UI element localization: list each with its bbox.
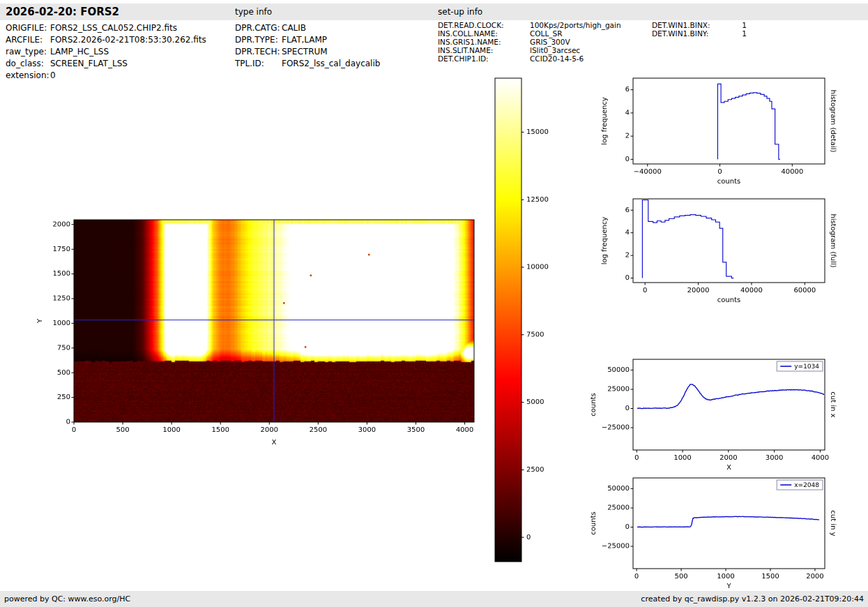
type-info-heading: type info [235, 3, 272, 20]
info-value: lSlit0_3arcsec [530, 46, 580, 54]
info-label: ARCFILE: [6, 34, 50, 46]
footer-bar: powered by QC: www.eso.org/HC created by… [0, 591, 868, 607]
info-label: DPR.CATG: [235, 22, 282, 34]
info-label: DET.CHIP1.ID: [438, 54, 530, 63]
info-label: DET.READ.CLOCK: [438, 21, 530, 29]
histogram-full-plot [586, 187, 868, 313]
info-label: DET.WIN1.BINY: [652, 29, 722, 38]
info-label: raw_type: [6, 46, 50, 58]
info-value: FORS2_LSS_CAL052.CHIP2.fits [50, 22, 177, 34]
file-info-block: ORIGFILE:FORS2_LSS_CAL052.CHIP2.fitsARCF… [6, 22, 206, 82]
info-value: GRIS_300V [530, 38, 570, 46]
info-value: CALIB [282, 22, 306, 34]
info-label: DPR.TYPE: [235, 34, 282, 46]
footer-created-by: created by qc_rawdisp.py v1.2.3 on 2026-… [641, 591, 864, 607]
info-value: FORS2.2026-02-21T08:53:30.262.fits [50, 34, 206, 46]
page-title: 2026-02-20: FORS2 [6, 3, 119, 20]
cut-in-x-plot [586, 347, 868, 473]
info-label: INS.SLIT.NAME: [438, 46, 530, 54]
cut-in-y-plot [586, 465, 868, 592]
info-value: COLL_SR [530, 29, 563, 38]
info-label: TPL.ID: [235, 58, 282, 70]
detector-window-block: DET.WIN1.BINX:1DET.WIN1.BINY:1 [652, 21, 747, 38]
colorbar [488, 70, 568, 569]
info-value: FORS2_lss_cal_daycalib [282, 58, 380, 70]
info-label: DET.WIN1.BINX: [652, 21, 722, 29]
footer-powered-by: powered by QC: www.eso.org/HC [4, 591, 130, 607]
info-value: 100Kps/2ports/high_gain [530, 21, 621, 29]
raw-image-heatmap [28, 209, 485, 457]
info-value: 1 [722, 21, 747, 29]
setup-info-block: DET.READ.CLOCK:100Kps/2ports/high_gainIN… [438, 21, 621, 63]
info-value: SPECTRUM [282, 46, 328, 58]
info-value: 1 [722, 29, 747, 38]
info-value: CCID20-14-5-6 [530, 54, 584, 63]
info-value: LAMP_HC_LSS [50, 46, 109, 58]
info-label: do_class: [6, 58, 50, 70]
info-label: ORIGFILE: [6, 22, 50, 34]
type-info-block: DPR.CATG:CALIBDPR.TYPE:FLAT,LAMPDPR.TECH… [235, 22, 380, 70]
info-label: INS.COLL.NAME: [438, 29, 530, 38]
header-bar: 2026-02-20: FORS2 type info set-up info [0, 3, 868, 20]
setup-info-heading: set-up info [438, 3, 482, 20]
info-label: DPR.TECH: [235, 46, 282, 58]
info-label: extension: [6, 70, 50, 82]
info-value: FLAT,LAMP [282, 34, 327, 46]
info-value: 0 [50, 70, 56, 82]
info-value: SCREEN_FLAT_LSS [50, 58, 128, 70]
histogram-detail-plot [586, 66, 868, 192]
info-label: INS.GRIS1.NAME: [438, 38, 530, 46]
